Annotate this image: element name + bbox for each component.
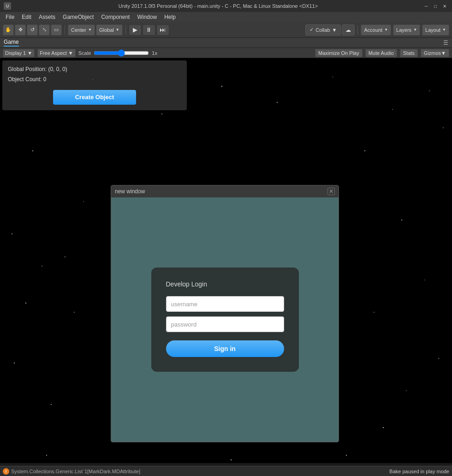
- maximize-on-play-button[interactable]: Maximize On Play: [315, 49, 363, 57]
- play-icon: ▶: [133, 26, 137, 33]
- maximize-label: Maximize On Play: [318, 50, 359, 56]
- menu-gameobject[interactable]: GameObject: [59, 13, 97, 21]
- layout-arrow-icon: ▼: [442, 28, 446, 32]
- star: [51, 404, 52, 405]
- maximize-button[interactable]: □: [432, 2, 439, 10]
- toolbar: ✋ ✥ ↺ ⤡ ▭ Center ▼ Global ▼ ▶ ⏸: [0, 22, 452, 38]
- star: [74, 312, 75, 313]
- stats-button[interactable]: Stats: [400, 49, 418, 57]
- rect-tool-button[interactable]: ▭: [51, 24, 62, 36]
- gizmos-label: Gizmos: [424, 50, 441, 56]
- ui-panel: Global Position: (0, 0, 0) Object Count:…: [2, 60, 187, 110]
- window-title: Unity 2017.1.0f3 Personal (64bit) - main…: [14, 3, 422, 9]
- rotate-icon: ↺: [30, 27, 35, 33]
- global-dropdown[interactable]: Global ▼: [96, 24, 123, 36]
- star: [231, 459, 232, 460]
- center-label: Center: [71, 27, 86, 33]
- scale-slider[interactable]: [94, 49, 149, 57]
- hand-icon: ✋: [5, 27, 12, 33]
- step-button[interactable]: ⏭: [156, 24, 169, 36]
- collab-button[interactable]: ✓ Collab ▼: [305, 24, 341, 36]
- star: [406, 390, 407, 391]
- aspect-select[interactable]: Free Aspect ▼: [37, 49, 76, 57]
- cloud-button[interactable]: ☁: [342, 24, 355, 36]
- layers-dropdown[interactable]: Layers ▼: [393, 24, 420, 36]
- star: [424, 280, 425, 280]
- menu-window[interactable]: Window: [133, 13, 161, 21]
- menu-file[interactable]: File: [2, 13, 18, 21]
- center-dropdown[interactable]: Center ▼: [68, 24, 95, 36]
- login-form: Develop Login Sign in: [151, 268, 299, 372]
- panel-settings-icon[interactable]: ☰: [443, 40, 448, 46]
- new-window-title: new window: [115, 188, 145, 195]
- mute-label: Mute Audio: [369, 50, 394, 56]
- close-button[interactable]: ✕: [441, 2, 448, 10]
- layout-dropdown[interactable]: Layout ▼: [422, 24, 449, 36]
- step-icon: ⏭: [160, 26, 166, 33]
- collab-label: Collab: [315, 27, 330, 33]
- panel-controls: ☰: [443, 40, 448, 46]
- separator-1: [65, 25, 65, 35]
- username-input[interactable]: [166, 296, 284, 312]
- star: [392, 109, 393, 110]
- gizmos-button[interactable]: Gizmos ▼: [421, 49, 449, 57]
- star: [438, 358, 439, 359]
- rotate-tool-button[interactable]: ↺: [27, 24, 38, 36]
- move-tool-button[interactable]: ✥: [15, 24, 26, 36]
- cloud-icon: ☁: [345, 27, 351, 33]
- account-label: Account: [364, 27, 382, 33]
- star: [161, 113, 162, 114]
- pause-button[interactable]: ⏸: [143, 24, 155, 36]
- error-icon: !: [3, 468, 9, 475]
- menu-assets[interactable]: Assets: [35, 13, 59, 21]
- create-object-button[interactable]: Create Object: [53, 90, 136, 105]
- star: [443, 127, 444, 128]
- star: [42, 266, 42, 267]
- mute-audio-button[interactable]: Mute Audio: [365, 49, 397, 57]
- move-icon: ✥: [18, 27, 23, 33]
- scale-tool-button[interactable]: ⤡: [39, 24, 50, 36]
- stats-label: Stats: [403, 50, 415, 56]
- layout-label: Layout: [425, 27, 440, 33]
- star: [383, 427, 384, 428]
- star: [65, 256, 65, 257]
- layers-arrow-icon: ▼: [413, 28, 417, 32]
- star: [332, 77, 333, 77]
- play-button[interactable]: ▶: [129, 24, 142, 36]
- minimize-button[interactable]: ─: [422, 2, 430, 10]
- star: [12, 233, 12, 234]
- global-arrow-icon: ▼: [116, 28, 119, 32]
- menu-edit[interactable]: Edit: [18, 13, 35, 21]
- gizmos-arrow-icon: ▼: [441, 50, 446, 56]
- menu-component[interactable]: Component: [97, 13, 133, 21]
- scale-label: Scale: [78, 50, 91, 56]
- separator-2: [125, 25, 126, 35]
- aspect-arrow-icon: ▼: [68, 50, 73, 56]
- display-select[interactable]: Display 1 ▼: [3, 49, 35, 57]
- play-controls: ▶ ⏸ ⏭: [129, 24, 169, 36]
- error-text: System.Collections.Generic.List`1[MarkDa…: [11, 469, 140, 474]
- star: [346, 455, 347, 456]
- password-input[interactable]: [166, 316, 284, 332]
- game-tab[interactable]: Game: [4, 39, 19, 47]
- menu-help[interactable]: Help: [161, 13, 179, 21]
- window-controls: ─ □ ✕: [422, 2, 448, 10]
- display-label: Display 1: [5, 50, 26, 56]
- pause-icon: ⏸: [146, 26, 152, 33]
- aspect-label: Free Aspect: [40, 50, 67, 56]
- sign-in-button[interactable]: Sign in: [166, 340, 284, 357]
- game-panel-header: Game ☰: [0, 38, 452, 48]
- global-label: Global: [99, 27, 114, 33]
- account-dropdown[interactable]: Account ▼: [361, 24, 391, 36]
- status-bar: ! System.Collections.Generic.List`1[Mark…: [0, 466, 452, 476]
- star: [46, 455, 47, 456]
- separator-3: [357, 25, 358, 35]
- menu-bar: File Edit Assets GameObject Component Wi…: [0, 12, 452, 22]
- game-viewport: Global Position: (0, 0, 0) Object Count:…: [0, 58, 452, 463]
- new-window-close-button[interactable]: ✕: [327, 188, 335, 195]
- star: [14, 363, 15, 363]
- new-window-body: Develop Login Sign in: [111, 197, 339, 442]
- status-left: ! System.Collections.Generic.List`1[Mark…: [3, 468, 389, 475]
- hand-tool-button[interactable]: ✋: [3, 24, 14, 36]
- star: [83, 201, 84, 202]
